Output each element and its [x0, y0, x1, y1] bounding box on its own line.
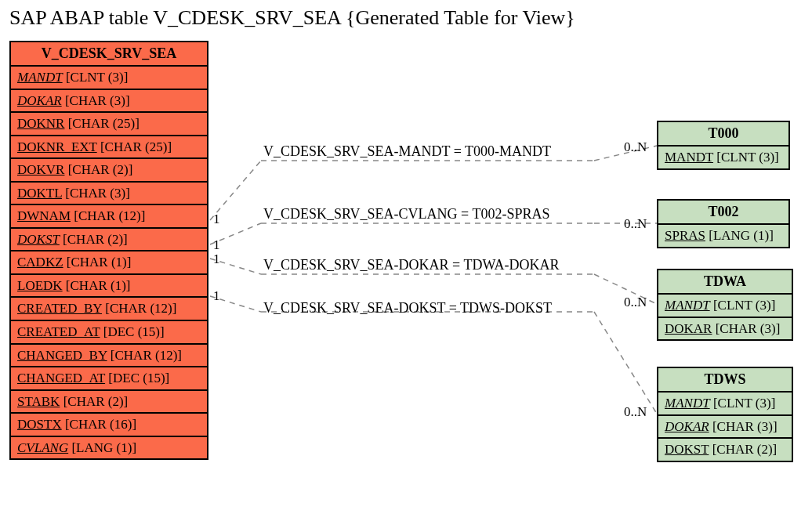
entity-field: DOKNR [CHAR (25)]: [11, 113, 207, 136]
entity-field: DOKST [CHAR (2)]: [11, 229, 207, 252]
card-left-1: 1: [213, 237, 220, 253]
entity-field: CREATED_BY [CHAR (12)]: [11, 298, 207, 321]
entity-field: CADKZ [CHAR (1)]: [11, 251, 207, 275]
entity-field: DOKVR [CHAR (2)]: [11, 159, 207, 183]
relation-label-1: V_CDESK_SRV_SEA-CVLANG = T002-SPRAS: [263, 206, 549, 223]
entity-tdws: TDWSMANDT [CLNT (3)]DOKAR [CHAR (3)]DOKS…: [657, 367, 793, 462]
entity-field: CREATED_AT [DEC (15)]: [11, 321, 207, 345]
entity-header: T000: [658, 122, 788, 147]
entity-field: DOKAR [CHAR (3)]: [658, 318, 792, 340]
entity-field: DOKAR [CHAR (3)]: [11, 90, 207, 114]
entity-field: DOKAR [CHAR (3)]: [658, 416, 792, 440]
entity-header: TDWA: [658, 270, 792, 295]
entity-field: DOKTL [CHAR (3)]: [11, 183, 207, 206]
entity-field: DOKNR_EXT [CHAR (25)]: [11, 136, 207, 160]
entity-main: V_CDESK_SRV_SEAMANDT [CLNT (3)]DOKAR [CH…: [9, 41, 208, 460]
relation-label-2: V_CDESK_SRV_SEA-DOKAR = TDWA-DOKAR: [263, 257, 559, 273]
relation-label-0: V_CDESK_SRV_SEA-MANDT = T000-MANDT: [263, 143, 551, 160]
entity-field: MANDT [CLNT (3)]: [658, 295, 792, 318]
card-right-3: 0..N: [624, 404, 647, 420]
page-title: SAP ABAP table V_CDESK_SRV_SEA {Generate…: [9, 6, 806, 30]
entity-field: SPRAS [LANG (1)]: [658, 225, 788, 247]
card-left-2: 1: [213, 251, 220, 267]
entity-field: LOEDK [CHAR (1)]: [11, 275, 207, 298]
entity-field: CHANGED_AT [DEC (15)]: [11, 367, 207, 391]
entity-field: DOKST [CHAR (2)]: [658, 439, 792, 461]
entity-field: MANDT [CLNT (3)]: [658, 147, 788, 168]
entity-header: TDWS: [658, 368, 792, 393]
entity-field: CHANGED_BY [CHAR (12)]: [11, 345, 207, 368]
entity-header: T002: [658, 201, 788, 225]
erd-canvas: V_CDESK_SRV_SEAMANDT [CLNT (3)]DOKAR [CH…: [6, 38, 806, 516]
card-right-2: 0..N: [624, 295, 647, 310]
entity-field: DWNAM [CHAR (12)]: [11, 205, 207, 229]
entity-t002: T002SPRAS [LANG (1)]: [657, 199, 790, 248]
card-right-1: 0..N: [624, 216, 647, 232]
card-left-3: 1: [213, 288, 220, 304]
relation-label-3: V_CDESK_SRV_SEA-DOKST = TDWS-DOKST: [263, 300, 552, 317]
entity-field: DOSTX [CHAR (16)]: [11, 414, 207, 437]
svg-line-11: [594, 312, 657, 414]
entity-field: MANDT [CLNT (3)]: [11, 67, 207, 90]
entity-field: STABK [CHAR (2)]: [11, 391, 207, 414]
entity-field: CVLANG [LANG (1)]: [11, 437, 207, 459]
card-left-0: 1: [213, 212, 220, 227]
entity-header: V_CDESK_SRV_SEA: [11, 42, 207, 67]
entity-field: MANDT [CLNT (3)]: [658, 393, 792, 416]
entity-tdwa: TDWAMANDT [CLNT (3)]DOKAR [CHAR (3)]: [657, 269, 793, 341]
entity-t000: T000MANDT [CLNT (3)]: [657, 121, 790, 170]
card-right-0: 0..N: [624, 139, 647, 155]
